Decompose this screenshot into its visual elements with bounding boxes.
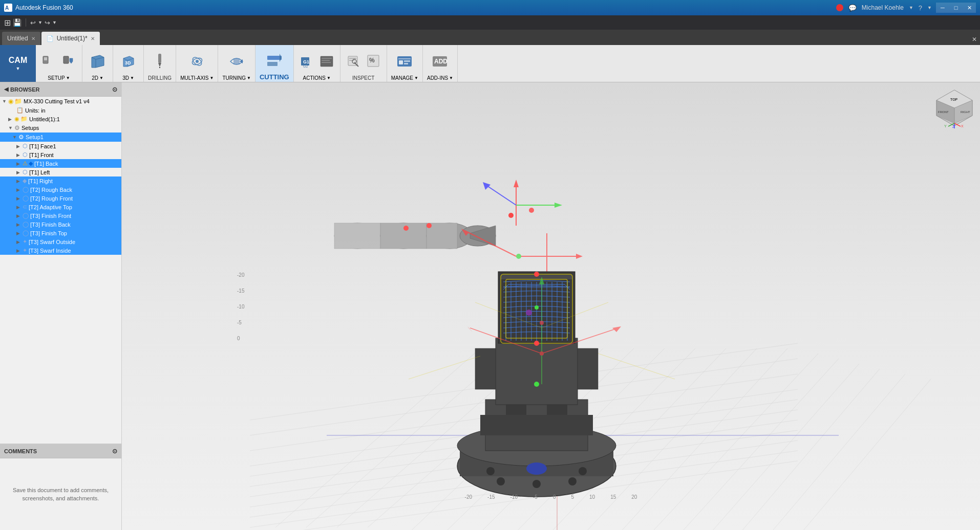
add-ins-icon-wrap[interactable]: ADD — [431, 52, 449, 71]
setup1-toggle[interactable]: ▼ — [12, 135, 18, 140]
browser-units[interactable]: 📋 Units: in — [0, 106, 121, 115]
browser-finish-top[interactable]: ▶ ◯ [T3] Finish Top — [0, 229, 121, 237]
ribbon-2d[interactable]: 2D ▼ — [82, 45, 113, 82]
undo-arrow[interactable]: ▼ — [38, 20, 42, 25]
user-label[interactable]: Michael Koehle — [862, 4, 904, 11]
2d-icon-wrap[interactable] — [89, 52, 107, 71]
close-button[interactable]: ✕ — [963, 3, 976, 13]
quick-access-toolbar: ⊞ 💾 ↩ ▼ ↪ ▼ — [0, 15, 980, 30]
browser-swarf-outside[interactable]: ▶ ✦ [T3] Swarf Outside — [0, 237, 121, 246]
tab-untitled-close[interactable]: ✕ — [31, 36, 35, 41]
browser-finish-front[interactable]: ▶ ◯ [T3] Finish Front — [0, 211, 121, 220]
main-content: ◀ BROWSER ⊙ ▼ ◉ 📁 MX-330 Cutting Test v1… — [0, 82, 980, 530]
app-grid-icon[interactable]: ⊞ — [4, 18, 11, 28]
ribbon-cutting[interactable]: CUTTING — [255, 45, 294, 82]
finish-front-toggle[interactable]: ▶ — [16, 213, 23, 218]
finish-back-toggle[interactable]: ▶ — [16, 222, 23, 227]
ribbon-add-ins[interactable]: ADD ADD-INS ▼ — [423, 45, 458, 82]
ribbon-inspect[interactable]: % INSPECT — [340, 45, 387, 82]
rough-front-toggle[interactable]: ▶ — [16, 196, 23, 201]
help-arrow[interactable]: ▼ — [927, 5, 932, 10]
comments-settings-icon[interactable]: ⊙ — [112, 448, 117, 455]
browser-face1[interactable]: ▶ ⬡ [T1] Face1 — [0, 142, 121, 150]
adaptive-top-toggle[interactable]: ▶ — [16, 205, 23, 210]
root-toggle[interactable]: ▼ — [2, 99, 8, 104]
browser-rough-front[interactable]: ▶ ◯ [T2] Rough Front — [0, 194, 121, 203]
browser-left-op[interactable]: ▶ ⬡ [T1] Left — [0, 168, 121, 176]
svg-marker-9 — [158, 63, 161, 67]
finish-back-label: [T3] Finish Back — [30, 222, 71, 228]
rough-back-toggle[interactable]: ▶ — [16, 187, 23, 192]
ribbon-turning[interactable]: TURNING ▼ — [218, 45, 255, 82]
actions-icon-1[interactable]: G1 G2 — [298, 52, 316, 71]
save-icon[interactable]: 💾 — [13, 18, 22, 27]
browser-right-op[interactable]: ▶ ◆ [T1] Right — [0, 176, 121, 185]
chat-icon[interactable]: 💬 — [848, 4, 857, 12]
ribbon-drilling[interactable]: DRILLING — [144, 45, 176, 82]
tab-untitled[interactable]: Untitled ✕ — [2, 32, 40, 45]
ribbon-3d[interactable]: 3D 3D ▼ — [113, 45, 144, 82]
back-label: [T1] Back — [34, 161, 58, 167]
front-toggle[interactable]: ▶ — [16, 152, 23, 158]
ribbon-setup[interactable]: SETUP ▼ — [36, 45, 82, 82]
swarf-inside-toggle[interactable]: ▶ — [16, 248, 23, 253]
cutting-icon-wrap[interactable] — [265, 51, 284, 69]
ribbon-actions[interactable]: G1 G2 ACTIONS ▼ — [294, 45, 340, 82]
minimize-button[interactable]: ─ — [936, 3, 949, 13]
inspect-icon-1[interactable] — [345, 52, 363, 70]
face1-op-icon: ⬡ — [23, 143, 28, 149]
svg-point-113 — [534, 341, 539, 346]
browser-rough-back[interactable]: ▶ ◯ [T2] Rough Back — [0, 185, 121, 194]
maximize-button[interactable]: □ — [949, 3, 963, 13]
right-toggle[interactable]: ▶ — [16, 179, 23, 184]
manage-icon-wrap[interactable] — [395, 52, 414, 71]
undo-button[interactable]: ↩ — [30, 19, 36, 27]
user-arrow[interactable]: ▼ — [909, 5, 913, 10]
left-toggle[interactable]: ▶ — [16, 170, 23, 175]
ribbon-multi-axis[interactable]: MULTI-AXIS ▼ — [176, 45, 218, 82]
browser-doc[interactable]: ▶ ◉ 📁 Untitled(1):1 — [0, 115, 121, 123]
browser-setups[interactable]: ▼ ⚙ Setups — [0, 123, 121, 132]
doc-toggle[interactable]: ▶ — [8, 117, 14, 122]
setups-toggle[interactable]: ▼ — [8, 125, 14, 130]
actions-icon-2[interactable] — [317, 52, 336, 71]
ribbon-manage[interactable]: MANAGE ▼ — [387, 45, 423, 82]
back-toggle[interactable]: ▶ — [16, 161, 23, 166]
svg-point-94 — [486, 467, 495, 475]
record-btn[interactable] — [836, 4, 843, 11]
turning-icon-wrap[interactable] — [227, 52, 246, 71]
inspect-label: INSPECT — [352, 75, 374, 81]
browser-setup1[interactable]: ▼ ⚙ Setup1 — [0, 132, 121, 142]
multi-axis-icon-wrap[interactable] — [188, 52, 206, 71]
inspect-icon-2[interactable]: % — [364, 52, 382, 70]
svg-point-97 — [497, 477, 505, 485]
redo-button[interactable]: ↪ — [45, 19, 50, 27]
setup-icon-1[interactable] — [40, 52, 58, 71]
face1-toggle[interactable]: ▶ — [16, 144, 23, 149]
redo-arrow[interactable]: ▼ — [52, 20, 57, 25]
viewport[interactable]: TOP RIGHT FRONT Z X Y -20-15-10-50510152… — [122, 82, 980, 530]
cam-brand-button[interactable]: CAM ▼ — [0, 45, 36, 82]
tab-untitled1-close[interactable]: ✕ — [91, 36, 95, 41]
3d-icon-wrap[interactable]: 3D — [119, 52, 138, 71]
finish-top-toggle[interactable]: ▶ — [16, 231, 23, 236]
viewcube[interactable]: TOP RIGHT FRONT Z X Y — [934, 87, 975, 128]
help-icon[interactable]: ? — [919, 4, 922, 12]
svg-line-81 — [485, 185, 516, 205]
tab-close-all[interactable]: ✕ — [969, 34, 980, 45]
browser-collapse-icon[interactable]: ◀ — [4, 86, 8, 93]
browser-swarf-inside[interactable]: ▶ ✦ [T3] Swarf Inside — [0, 246, 121, 255]
setup-icon-2[interactable] — [59, 52, 78, 71]
svg-rect-104 — [496, 338, 578, 405]
svg-point-115 — [526, 310, 532, 316]
browser-settings-icon[interactable]: ⊙ — [112, 86, 117, 93]
svg-point-127 — [540, 321, 544, 325]
swarf-outside-toggle[interactable]: ▶ — [16, 239, 23, 245]
browser-adaptive-top[interactable]: ▶ ⊂ [T2] Adaptive Top — [0, 203, 121, 211]
browser-root[interactable]: ▼ ◉ 📁 MX-330 Cutting Test v1 v4 — [0, 97, 121, 106]
tab-untitled1[interactable]: 📄 Untitled(1)* ✕ — [41, 32, 100, 45]
browser-front[interactable]: ▶ ⬡ [T1] Front — [0, 150, 121, 159]
drilling-icon-wrap[interactable] — [151, 52, 169, 70]
browser-finish-back[interactable]: ▶ ◯ [T3] Finish Back — [0, 220, 121, 229]
browser-back[interactable]: ▶ ⚠ ◆ [T1] Back — [0, 159, 121, 168]
